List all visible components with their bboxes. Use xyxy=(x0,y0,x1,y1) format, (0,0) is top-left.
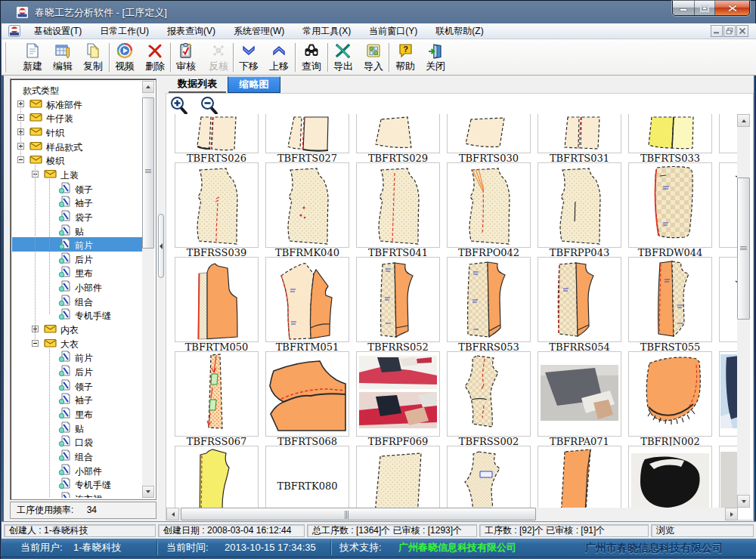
thumbnail-cell-TBFRPP043[interactable] xyxy=(538,162,621,248)
toolbar-button-7[interactable]: 下移 xyxy=(234,42,264,74)
thumbnail-cell-TBFRPO042[interactable] xyxy=(447,162,531,248)
tree-item-大衣-folder[interactable]: 大衣 xyxy=(12,336,142,351)
tree-item-贴[interactable]: 贴 xyxy=(12,224,142,238)
thumbnail-cell-TBFRTS026[interactable] xyxy=(175,114,259,153)
thumbnail-cell-TBFRMK040[interactable] xyxy=(265,162,349,248)
toolbar-button-10[interactable]: 导出 xyxy=(328,42,358,74)
grid-scroll-up-button[interactable] xyxy=(737,114,750,127)
toolbar-button-6[interactable]: 反核 xyxy=(203,42,234,74)
thumbnail-cell-TBFRTS030[interactable] xyxy=(447,114,531,153)
toolbar-button-5[interactable]: 审核 xyxy=(171,42,201,74)
tree-item-领子[interactable]: 领子 xyxy=(12,181,142,196)
thumbnail-cell-TBFRTM051[interactable] xyxy=(265,257,349,342)
menu-item-2[interactable]: 报表查询(V) xyxy=(158,23,225,40)
tree-item-专机手缝[interactable]: 专机手缝 xyxy=(12,307,142,322)
zoom-in-button[interactable] xyxy=(169,96,189,116)
tree-scroll-thumb[interactable] xyxy=(142,97,154,249)
thumbnail-cell-TBFRTS068[interactable] xyxy=(265,351,349,437)
tab-thumbnails[interactable]: 缩略图 xyxy=(228,76,280,93)
toolbar-grip[interactable] xyxy=(4,42,8,73)
grid-scroll-right-button[interactable] xyxy=(725,508,738,520)
thumbnail-cell-T[interactable] xyxy=(719,351,738,437)
grid-scroll-down-button[interactable] xyxy=(737,495,750,508)
menu-item-6[interactable]: 联机帮助(Z) xyxy=(426,23,492,40)
thumbnail-cell-T[interactable] xyxy=(719,162,738,248)
thumbnail-cell-TBFRTS033[interactable] xyxy=(628,114,712,153)
thumbnail-cell[interactable]: TBFRTK080 xyxy=(265,446,349,508)
thumbnail-cell-TBFRJN002[interactable] xyxy=(628,351,712,437)
thumbnail-cell-TBFRSS067[interactable] xyxy=(175,351,259,437)
toolbar-button-12[interactable]: ?帮助 xyxy=(390,42,420,74)
grid-hscroll-thumb[interactable] xyxy=(181,508,536,520)
thumbnail-cell-TBFRTS027[interactable] xyxy=(265,114,349,153)
tab-data-list[interactable]: 数据列表 xyxy=(169,76,226,93)
thumbnail-cell-TBFRDW044[interactable] xyxy=(628,162,712,248)
thumbnail-cell-TBFRSS002[interactable] xyxy=(447,351,531,437)
toolbar-button-11[interactable]: 导入 xyxy=(358,42,389,74)
tree-item-标准部件-folder[interactable]: 标准部件 xyxy=(12,97,142,111)
grid-vertical-scrollbar[interactable] xyxy=(737,114,750,508)
mdi-close-button[interactable] xyxy=(736,25,748,37)
mdi-minimize-button[interactable] xyxy=(711,25,723,37)
thumbnail-cell-TBFRTS041[interactable] xyxy=(356,162,440,248)
tree-item-后片[interactable]: 后片 xyxy=(12,252,142,266)
tree-item-组合[interactable]: 组合 xyxy=(12,294,142,308)
thumbnail-cell[interactable] xyxy=(628,446,712,508)
maximize-button[interactable] xyxy=(695,1,715,15)
tree-item-组合[interactable]: 组合 xyxy=(12,449,142,463)
tree-item-小部件[interactable]: 小部件 xyxy=(12,463,142,477)
tree-item-连衣裙[interactable]: 连衣裙 xyxy=(12,491,142,498)
toolbar-button-0[interactable]: 新建 xyxy=(17,42,48,74)
toolbar-button-2[interactable]: 复制 xyxy=(78,42,108,74)
tree-item-内衣-folder[interactable]: 内衣 xyxy=(12,322,142,336)
thumbnail-cell[interactable] xyxy=(538,446,621,508)
tree-item-针织-folder[interactable]: 针织 xyxy=(12,125,142,139)
tree-item-梭织-folder[interactable]: 梭织 xyxy=(12,153,142,167)
tree-item-上装-folder[interactable]: 上装 xyxy=(12,167,142,181)
tree-item-款式类型[interactable]: 款式类型 xyxy=(12,82,142,97)
tree-item-后片[interactable]: 后片 xyxy=(12,364,142,378)
grid-scroll-left-button[interactable] xyxy=(166,508,179,520)
zoom-out-button[interactable] xyxy=(200,96,219,116)
toolbar-button-4[interactable]: 删除 xyxy=(140,42,170,74)
toolbar-button-1[interactable]: 编辑 xyxy=(48,42,78,74)
menu-item-3[interactable]: 系统管理(W) xyxy=(225,23,293,40)
thumbnail-cell-TBFRST055[interactable] xyxy=(628,257,712,342)
tree-item-袋子[interactable]: 袋子 xyxy=(12,209,142,224)
tree-vertical-scrollbar[interactable] xyxy=(142,81,154,498)
thumbnail-cell-TBFRTM050[interactable] xyxy=(175,257,259,342)
tree-item-前片[interactable]: 前片 xyxy=(12,237,142,252)
tree-scroll-up-button[interactable] xyxy=(142,81,154,93)
tree-item-领子[interactable]: 领子 xyxy=(12,378,142,393)
tree-item-前片[interactable]: 前片 xyxy=(12,350,142,364)
toolbar-button-13[interactable]: 关闭 xyxy=(420,42,451,74)
tree-item-牛仔装-folder[interactable]: 牛仔装 xyxy=(12,110,142,125)
thumbnail-cell[interactable] xyxy=(356,446,440,508)
tree-item-小部件[interactable]: 小部件 xyxy=(12,280,142,294)
menu-item-1[interactable]: 日常工作(U) xyxy=(91,23,158,40)
toolbar-button-8[interactable]: 上移 xyxy=(264,42,294,74)
menu-item-4[interactable]: 常用工具(X) xyxy=(293,23,360,40)
mdi-restore-button[interactable] xyxy=(723,25,736,37)
thumbnail-cell-TBFRTS031[interactable] xyxy=(538,114,621,153)
thumbnail-cell-TBFRRS054[interactable] xyxy=(538,257,621,342)
menu-item-5[interactable]: 当前窗口(Y) xyxy=(360,23,426,40)
thumbnail-cell[interactable] xyxy=(447,446,531,508)
tree-item-样品款式-folder[interactable]: 样品款式 xyxy=(12,139,142,153)
tree-item-袖子[interactable]: 袖子 xyxy=(12,195,142,209)
tree-item-袖子[interactable]: 袖子 xyxy=(12,392,142,406)
tree-item-里布[interactable]: 里布 xyxy=(12,406,142,421)
thumbnail-cell-TBFRRS053[interactable] xyxy=(447,257,531,342)
grid-vscroll-thumb[interactable] xyxy=(737,178,750,320)
thumbnail-cell[interactable] xyxy=(719,446,738,508)
tree-item-贴[interactable]: 贴 xyxy=(12,421,142,435)
tree-item-专机手缝[interactable]: 专机手缝 xyxy=(12,477,142,491)
tree-scroll-down-button[interactable] xyxy=(142,486,154,498)
thumbnail-cell-TBFRTS029[interactable] xyxy=(356,114,440,153)
grid-horizontal-scrollbar[interactable] xyxy=(166,508,738,520)
menu-item-0[interactable]: 基础设置(T) xyxy=(25,23,91,40)
panel-splitter[interactable] xyxy=(156,76,166,521)
tree-item-口袋[interactable]: 口袋 xyxy=(12,434,142,449)
thumbnail-cell-T[interactable] xyxy=(719,257,738,342)
tree-item-里布[interactable]: 里布 xyxy=(12,265,142,280)
